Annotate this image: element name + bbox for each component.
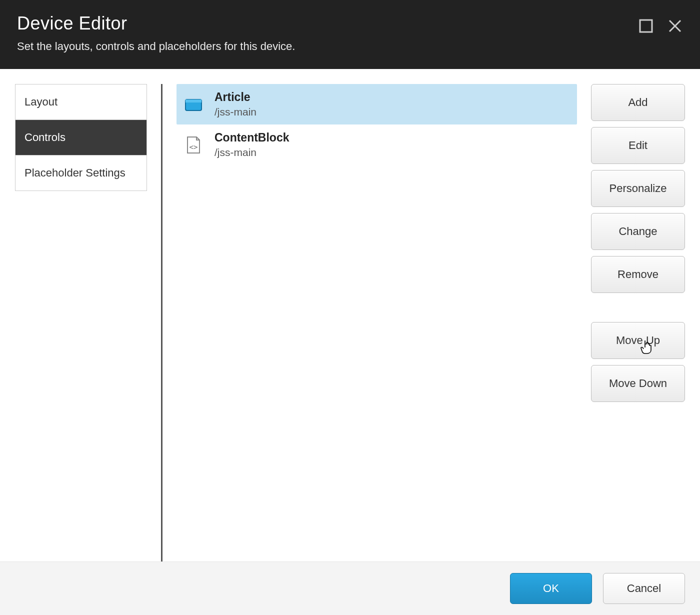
tab-controls[interactable]: Controls bbox=[16, 120, 146, 156]
code-file-icon: <> bbox=[184, 135, 204, 155]
list-item-title: ContentBlock bbox=[214, 130, 290, 146]
close-icon[interactable] bbox=[667, 18, 683, 34]
remove-button[interactable]: Remove bbox=[591, 256, 685, 293]
list-item-title: Article bbox=[214, 90, 256, 105]
sidebar-tabs: Layout Controls Placeholder Settings bbox=[15, 84, 147, 191]
cancel-button[interactable]: Cancel bbox=[603, 573, 685, 604]
dialog-header: Device Editor Set the layouts, controls … bbox=[0, 0, 700, 69]
tab-layout[interactable]: Layout bbox=[16, 84, 146, 120]
list-item-placeholder: /jss-main bbox=[214, 146, 290, 159]
svg-rect-0 bbox=[640, 20, 652, 32]
controls-list: Article /jss-main <> ContentBlock bbox=[176, 84, 577, 562]
ok-button[interactable]: OK bbox=[510, 573, 592, 604]
add-button[interactable]: Add bbox=[591, 84, 685, 121]
move-down-button[interactable]: Move Down bbox=[591, 365, 685, 402]
personalize-button[interactable]: Personalize bbox=[591, 170, 685, 207]
tab-placeholder-settings[interactable]: Placeholder Settings bbox=[16, 156, 146, 190]
dialog-subtitle: Set the layouts, controls and placeholde… bbox=[17, 40, 295, 53]
list-item-placeholder: /jss-main bbox=[214, 105, 256, 118]
edit-button[interactable]: Edit bbox=[591, 127, 685, 164]
actions-panel: Add Edit Personalize Change Remove Move … bbox=[591, 84, 685, 562]
list-item[interactable]: <> ContentBlock /jss-main bbox=[176, 124, 577, 165]
folder-icon bbox=[184, 94, 204, 114]
maximize-icon[interactable] bbox=[638, 18, 654, 34]
change-button[interactable]: Change bbox=[591, 213, 685, 250]
dialog-title: Device Editor bbox=[17, 13, 295, 34]
svg-text:<>: <> bbox=[190, 143, 198, 151]
list-item[interactable]: Article /jss-main bbox=[176, 84, 577, 124]
dialog-footer: OK Cancel bbox=[0, 562, 700, 615]
move-up-button[interactable]: Move Up bbox=[591, 322, 685, 359]
svg-rect-4 bbox=[186, 100, 202, 102]
